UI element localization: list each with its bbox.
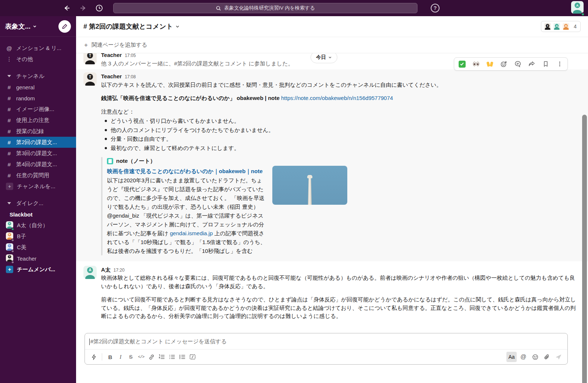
at-icon: @	[6, 45, 12, 51]
mention-button[interactable]: @	[518, 352, 528, 362]
gendai-link[interactable]: gendai.ismedia.jp	[170, 230, 213, 236]
reply-in-thread-button[interactable]	[514, 60, 522, 68]
add-channel-button[interactable]: + チャンネルを...	[0, 181, 76, 192]
section-collapse-caret-icon	[7, 202, 11, 204]
message-author[interactable]: A太	[101, 266, 111, 274]
add-related-pages-bar[interactable]: + 関連ページを追加する	[76, 37, 588, 53]
hash-icon: #	[6, 161, 12, 168]
chevron-down-icon	[175, 24, 180, 29]
history-clock-button[interactable]	[95, 4, 104, 12]
sidebar-channel-random[interactable]: #random	[0, 93, 76, 104]
sidebar-item-more[interactable]: ⋮ その他	[0, 54, 76, 65]
history-forward-button[interactable]	[79, 4, 87, 12]
bookmark-message-button[interactable]	[542, 60, 550, 68]
link-preview-bar	[101, 157, 103, 255]
react-white-check-mark-button[interactable]	[458, 60, 466, 68]
channel-members-button[interactable]: T A B 4	[541, 21, 581, 32]
link-preview-thumbnail[interactable]	[272, 166, 347, 205]
bullet-icon	[105, 129, 107, 131]
dm-item-ata-self[interactable]: A A太（自分）	[0, 220, 76, 231]
message-text-intro: 以下のテキストを読んで、次回授業日の前日までに感想・疑問・意見・批判などのコメン…	[101, 81, 581, 89]
bullet-item: 分量・回数は自由です。	[101, 135, 581, 144]
dm-section-header[interactable]: ダイレク...	[0, 198, 76, 209]
blockquote-button[interactable]	[177, 352, 187, 362]
white-check-mark-emoji-icon	[459, 61, 466, 68]
channels-section-header[interactable]: チャンネル	[0, 71, 76, 82]
scrollbar[interactable]	[582, 115, 587, 383]
sidebar-channel-session2-selected[interactable]: #第2回の課題文...	[0, 137, 76, 148]
react-eyes-button[interactable]	[472, 60, 480, 68]
sidebar-channel-usage-notes[interactable]: #使用上の注意	[0, 115, 76, 126]
workspace-switcher[interactable]: 表象文...	[0, 16, 76, 37]
sidebar-channel-session4[interactable]: #第4回の課題文...	[0, 159, 76, 170]
italic-button[interactable]: I	[115, 352, 126, 362]
bullet-item: 最初なので、練習として軽めのテキストにします。	[101, 144, 581, 153]
link-preview-site-name: note（ノート）	[116, 157, 155, 165]
user-avatar[interactable]: A	[571, 1, 584, 15]
sidebar-item-mentions[interactable]: @ メンション & リ...	[0, 43, 76, 54]
search-icon	[216, 6, 221, 11]
message-list: 今日	[76, 49, 588, 322]
hash-icon: #	[6, 117, 12, 124]
ordered-list-button[interactable]	[157, 352, 167, 362]
link-button[interactable]	[146, 352, 157, 362]
channel-title[interactable]: # 第2回の課題文献とコメント	[83, 22, 173, 31]
more-vertical-icon: ⋮	[6, 56, 12, 62]
plus-icon: +	[6, 183, 13, 190]
add-reaction-button[interactable]	[500, 60, 508, 68]
message-timestamp[interactable]: 17:20	[114, 267, 125, 273]
attach-file-button[interactable]	[542, 352, 552, 362]
dm-item-bko[interactable]: B B子	[0, 231, 76, 242]
shortcuts-button[interactable]	[89, 352, 99, 362]
sidebar-channel-class-records[interactable]: #授業の記録	[0, 126, 76, 137]
avatar[interactable]: T	[83, 72, 97, 86]
history-back-button[interactable]	[62, 4, 71, 12]
bulleted-list-button[interactable]	[167, 352, 177, 362]
presence-offline-dot	[11, 239, 14, 242]
new-message-button[interactable]	[58, 20, 71, 33]
text-cursor	[89, 339, 90, 345]
send-message-button[interactable]	[553, 352, 564, 362]
message-paragraph: 映画体験として総称される様々な要素には、回復可能であるものと回復不可能な（可能性…	[101, 274, 581, 290]
bold-button[interactable]: B	[105, 352, 115, 362]
code-button[interactable]: </>	[136, 352, 146, 362]
eyes-emoji-icon	[473, 62, 479, 66]
dm-item-cmi[interactable]: C C美	[0, 242, 76, 253]
teacher-message: T Teacher 17:08 以下のテキストを読んで、次回授業日の前日までに感…	[76, 69, 588, 261]
chevron-down-icon	[33, 24, 37, 28]
message-author[interactable]: Teacher	[101, 72, 122, 81]
sidebar-channel-general[interactable]: #general	[0, 82, 76, 93]
dm-item-slackbot[interactable]: Slackbot	[0, 209, 76, 220]
share-message-button[interactable]	[528, 60, 536, 68]
search-input[interactable]: 表象文化論特殊研究演習IV 内を検索する	[113, 3, 417, 13]
message-timestamp[interactable]: 17:08	[125, 74, 136, 80]
strikethrough-button[interactable]: S	[126, 352, 136, 362]
presence-offline-dot	[11, 250, 14, 253]
emoji-button[interactable]	[530, 352, 540, 362]
hash-icon: #	[6, 95, 12, 101]
more-actions-button[interactable]	[556, 60, 564, 68]
code-block-button[interactable]	[187, 352, 198, 362]
bullet-item: 他の人のコメントにリプライをつけるかたちでもかまいません。	[101, 126, 581, 135]
tower-cap	[307, 175, 312, 178]
help-icon[interactable]: ?	[431, 4, 440, 12]
member-avatar: B	[562, 22, 570, 31]
note-site-icon	[107, 158, 113, 164]
react-raised-hands-button[interactable]	[486, 60, 494, 68]
link-preview-title[interactable]: 映画を倍速で見ることのなにがわるいのか｜obakeweb｜note	[107, 167, 267, 175]
bullet-icon	[105, 147, 107, 149]
avatar[interactable]: A	[83, 266, 97, 279]
formatting-toggle-button[interactable]: Aa	[506, 352, 517, 362]
sidebar-channel-questions[interactable]: #任意の質問用	[0, 170, 76, 181]
main-panel: # 第2回の課題文献とコメント T A B 4 + 関連ページを追加する 今日	[76, 16, 588, 383]
sidebar-channel-image[interactable]: #イメージ画像...	[0, 104, 76, 115]
note-article-link[interactable]: https://note.com/obakeweb/n/n156d9577907…	[281, 95, 393, 101]
invite-members-button[interactable]: + チームメンバ...	[0, 264, 76, 275]
sidebar-channel-session3[interactable]: #第3回の課題文...	[0, 148, 76, 159]
hash-icon: #	[6, 172, 12, 179]
hash-icon: #	[6, 84, 12, 90]
dm-item-teacher[interactable]: T Teacher	[0, 253, 76, 264]
plus-icon: +	[6, 266, 13, 273]
hash-icon: #	[6, 128, 12, 135]
composer-input[interactable]: #第2回の課題文献とコメント にメッセージを送信する	[85, 333, 567, 349]
